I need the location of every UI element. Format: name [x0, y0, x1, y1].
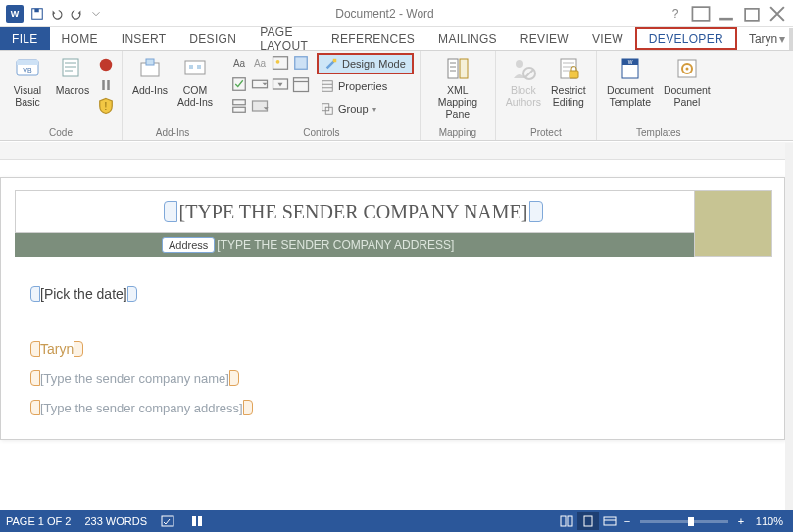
visual-basic-button[interactable]: VB Visual Basic [6, 53, 49, 108]
macros-button[interactable]: Macros [51, 53, 94, 96]
cc-handle-right-icon [74, 341, 83, 357]
tab-view[interactable]: VIEW [580, 27, 635, 50]
document-template-label: Document Template [607, 84, 654, 108]
sender-company-placeholder: [Type the sender company name] [40, 371, 229, 386]
svg-rect-2 [692, 7, 709, 21]
tab-review[interactable]: REVIEW [509, 27, 580, 50]
legacy-tools-button[interactable] [250, 96, 270, 116]
combobox-control-button[interactable] [250, 74, 270, 94]
sender-name-content-control[interactable]: Taryn [30, 341, 83, 357]
sender-name-value: Taryn [40, 341, 74, 357]
zoom-slider[interactable] [640, 520, 728, 523]
web-layout-view-button[interactable] [599, 512, 620, 530]
checkbox-control-button[interactable] [229, 74, 249, 94]
document-page[interactable]: [TYPE THE SENDER COMPANY NAME] Address [… [0, 177, 785, 440]
word-app-icon: W [6, 5, 24, 23]
svg-rect-25 [233, 100, 246, 105]
company-name-content-control[interactable]: [TYPE THE SENDER COMPANY NAME] [164, 201, 544, 223]
cc-handle-right-icon [127, 286, 137, 302]
tab-developer[interactable]: DEVELOPER [635, 27, 737, 50]
status-page[interactable]: PAGE 1 OF 2 [6, 515, 71, 527]
macros-label: Macros [56, 84, 89, 96]
document-panel-label: Document Panel [664, 84, 711, 108]
tab-references[interactable]: REFERENCES [320, 27, 426, 50]
user-name-label: Taryn [749, 32, 777, 46]
horizontal-ruler[interactable] [0, 142, 793, 160]
dropdown-control-button[interactable] [271, 74, 290, 94]
plain-text-control-button[interactable]: Aa [250, 53, 270, 73]
user-account[interactable]: Taryn ▾ [737, 27, 793, 50]
tab-design[interactable]: DESIGN [177, 27, 248, 50]
tab-file[interactable]: FILE [0, 27, 50, 50]
svg-rect-51 [568, 516, 572, 526]
repeating-section-control-button[interactable] [229, 96, 249, 116]
com-addins-label: COM Add-Ins [177, 84, 213, 108]
svg-rect-40 [570, 71, 578, 78]
status-word-count[interactable]: 233 WORDS [84, 515, 147, 527]
svg-rect-28 [333, 59, 337, 63]
group-control-button[interactable]: Group ▾ [317, 98, 414, 120]
company-name-placeholder: [TYPE THE SENDER COMPANY NAME] [177, 201, 530, 223]
vertical-scrollbar[interactable] [785, 143, 793, 510]
qat-undo-button[interactable] [47, 4, 67, 24]
status-macro-button[interactable] [190, 514, 206, 528]
macro-security-button[interactable]: ! [96, 96, 116, 116]
cc-handle-right-icon [529, 201, 543, 222]
block-authors-icon [510, 55, 537, 82]
tab-home[interactable]: HOME [50, 27, 110, 50]
ribbon-display-button[interactable] [689, 4, 713, 24]
properties-label: Properties [338, 80, 387, 92]
pause-recording-button[interactable] [96, 75, 116, 95]
zoom-level[interactable]: 110% [756, 515, 783, 527]
document-template-button[interactable]: W Document Template [603, 53, 658, 108]
zoom-in-button[interactable]: + [734, 515, 748, 527]
rich-text-control-button[interactable]: Aa [229, 53, 249, 73]
address-control-tag[interactable]: Address [162, 237, 215, 253]
qat-redo-button[interactable] [67, 4, 86, 24]
date-picker-control-button[interactable] [291, 74, 311, 94]
address-placeholder[interactable]: [TYPE THE SENDER COMPANY ADDRESS] [217, 238, 454, 252]
group-control-label: Group [338, 103, 369, 115]
minimize-button[interactable] [715, 4, 738, 24]
svg-rect-16 [185, 61, 205, 74]
restrict-editing-button[interactable]: Restrict Editing [547, 53, 590, 108]
svg-rect-48 [192, 516, 196, 526]
close-button[interactable] [766, 4, 789, 24]
cc-handle-left-icon [164, 201, 177, 222]
svg-rect-26 [233, 107, 246, 112]
qat-customize-button[interactable] [86, 4, 106, 24]
record-macro-button[interactable] [96, 55, 116, 74]
block-authors-button[interactable]: Block Authors [502, 53, 545, 108]
zoom-out-button[interactable]: − [620, 515, 634, 527]
tab-insert[interactable]: INSERT [110, 27, 178, 50]
qat-save-button[interactable] [27, 4, 47, 24]
design-mode-button[interactable]: Design Mode [317, 53, 414, 74]
group-controls-label: Controls [229, 125, 414, 140]
svg-point-36 [516, 60, 523, 68]
read-mode-view-button[interactable] [556, 512, 577, 530]
svg-point-46 [685, 68, 688, 71]
design-mode-label: Design Mode [342, 58, 406, 70]
group-templates-label: Templates [603, 125, 715, 140]
status-spellcheck-button[interactable] [161, 514, 176, 528]
picture-control-button[interactable] [271, 53, 290, 73]
com-addins-button[interactable]: COM Add-Ins [173, 53, 217, 108]
help-button[interactable]: ? [664, 4, 687, 24]
properties-button[interactable]: Properties [317, 75, 414, 97]
svg-text:W: W [627, 59, 632, 65]
tab-page-layout[interactable]: PAGE LAYOUT [248, 27, 320, 50]
sender-address-content-control[interactable]: [Type the sender company address] [30, 400, 253, 415]
sender-company-content-control[interactable]: [Type the sender company name] [30, 370, 239, 386]
svg-rect-15 [146, 59, 154, 65]
date-picker-content-control[interactable]: [Pick the date] [30, 286, 137, 302]
tab-mailings[interactable]: MAILINGS [426, 27, 509, 50]
svg-rect-7 [17, 60, 38, 65]
restore-button[interactable] [740, 4, 764, 24]
print-layout-view-button[interactable] [577, 512, 599, 530]
document-panel-button[interactable]: Document Panel [660, 53, 715, 108]
building-block-control-button[interactable] [291, 53, 311, 73]
xml-mapping-pane-button[interactable]: XML Mapping Pane [426, 53, 489, 120]
addins-icon [136, 55, 164, 82]
addins-button[interactable]: Add-Ins [128, 53, 172, 96]
svg-text:!: ! [105, 101, 108, 112]
